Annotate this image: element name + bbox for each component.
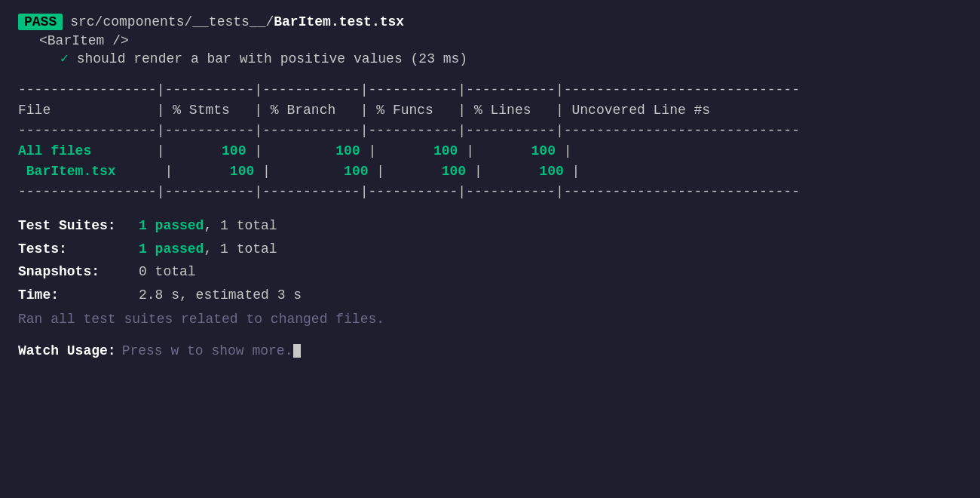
allfiles-lines: 100: [482, 143, 556, 158]
suites-passed: 1 passed: [139, 218, 204, 233]
component-name: <BarItem />: [39, 33, 962, 48]
tests-passed: 1 passed: [139, 241, 204, 257]
baritem-label: BarItem.tsx: [26, 164, 165, 179]
file-path-prefix: src/components/__tests__/: [70, 14, 274, 29]
summary-tests-row: Tests: 1 passed, 1 total: [18, 238, 962, 261]
divider-mid: -----------------|-----------|----------…: [18, 121, 962, 141]
watch-label: Watch Usage:: [18, 343, 116, 358]
summary-suites-row: Test Suites: 1 passed, 1 total: [18, 214, 962, 238]
file-path: src/components/__tests__/BarItem.test.ts…: [70, 14, 404, 29]
summary-snapshots-row: Snapshots: 0 total: [18, 260, 962, 284]
pass-badge: PASS: [18, 14, 63, 30]
table-row-baritem: BarItem.tsx | 100 | 100 | 100 | 100 |: [18, 161, 962, 182]
baritem-funcs: 100: [393, 164, 466, 179]
footer-note: Ran all test suites related to changed f…: [18, 308, 962, 331]
suites-label: Test Suites:: [18, 214, 139, 238]
file-path-bold: BarItem.test.tsx: [274, 14, 404, 29]
suites-value: 1 passed, 1 total: [139, 214, 277, 238]
tests-total: , 1 total: [204, 241, 277, 257]
allfiles-stmts: 100: [173, 143, 246, 158]
suites-total: , 1 total: [204, 218, 277, 233]
allfiles-label: All files: [18, 143, 157, 158]
test-result-line: ✓ should render a bar with positive valu…: [60, 50, 962, 66]
cursor-icon: [293, 344, 301, 358]
tests-label: Tests:: [18, 238, 139, 261]
header-line: PASS src/components/__tests__/BarItem.te…: [18, 14, 962, 30]
table-row-allfiles: All files | 100 | 100 | 100 | 100 |: [18, 141, 962, 161]
table-header: File | % Stmts | % Branch | % Funcs | % …: [18, 100, 962, 121]
coverage-table: -----------------|-----------|----------…: [18, 80, 962, 202]
summary-time-row: Time: 2.8 s, estimated 3 s: [18, 284, 962, 307]
test-description: should render a bar with positive values…: [77, 51, 467, 66]
watch-section: Watch Usage: Press w to show more.: [18, 343, 962, 358]
watch-text: Press w to show more.: [122, 343, 293, 358]
time-value: 2.8 s, estimated 3 s: [139, 284, 302, 307]
allfiles-funcs: 100: [384, 143, 458, 158]
watch-value: Press w to show more.: [122, 343, 302, 358]
allfiles-branch: 100: [271, 143, 360, 158]
divider-bottom: -----------------|-----------|----------…: [18, 182, 962, 202]
checkmark-icon: ✓: [60, 51, 69, 66]
snapshots-value: 0 total: [139, 260, 196, 284]
divider-top: -----------------|-----------|----------…: [18, 80, 962, 100]
summary-section: Test Suites: 1 passed, 1 total Tests: 1 …: [18, 214, 962, 331]
baritem-branch: 100: [279, 164, 369, 179]
baritem-stmts: 100: [181, 164, 254, 179]
baritem-lines: 100: [491, 164, 564, 179]
time-label: Time:: [18, 284, 139, 307]
tests-value: 1 passed, 1 total: [139, 238, 277, 261]
snapshots-label: Snapshots:: [18, 260, 139, 284]
